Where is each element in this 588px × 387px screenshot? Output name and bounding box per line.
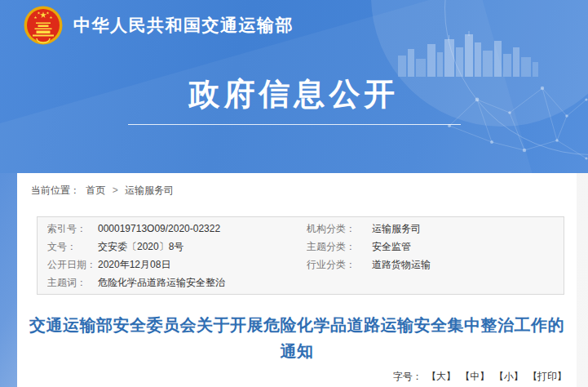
- meta-label-keywords: 主题词：: [47, 274, 98, 291]
- meta-value-index-no: 000019713O09/2020-02322: [98, 220, 307, 238]
- breadcrumb-separator: >: [113, 185, 118, 196]
- breadcrumb-section-link[interactable]: 运输服务司: [125, 185, 174, 196]
- meta-label-publish-date: 公开日期：: [47, 256, 98, 274]
- meta-label-index-no: 索引号：: [47, 220, 98, 238]
- meta-empty-cell: [307, 274, 372, 291]
- meta-label-doc-no: 文号：: [47, 238, 98, 256]
- content-card: 当前位置： 首页 > 运输服务司 索引号： 000019713O09/2020-…: [17, 173, 577, 387]
- banner-title-underline: [128, 124, 461, 125]
- meta-label-industry-category: 行业分类：: [307, 256, 372, 274]
- font-size-toolbar: 字号： 【大】 【中】 【小】 【打印】: [17, 370, 567, 384]
- meta-value-publish-date: 2020年12月08日: [98, 256, 307, 274]
- meta-label-org-category: 机构分类：: [307, 220, 372, 238]
- meta-value-doc-no: 交安委〔2020〕8号: [98, 238, 307, 256]
- national-emblem-icon[interactable]: [24, 6, 63, 45]
- font-size-small-button[interactable]: 【小】: [494, 371, 524, 382]
- document-meta-table: 索引号： 000019713O09/2020-02322 机构分类： 运输服务司…: [37, 216, 564, 295]
- breadcrumb-home-link[interactable]: 首页: [86, 185, 105, 196]
- site-name[interactable]: 中华人民共和国交通运输部: [73, 14, 294, 37]
- meta-value-org-category: 运输服务司: [372, 220, 564, 238]
- font-size-medium-button[interactable]: 【中】: [460, 371, 489, 382]
- print-button[interactable]: 【打印】: [528, 371, 567, 382]
- breadcrumb-prefix: 当前位置：: [31, 185, 80, 196]
- meta-value-industry-category: 道路货物运输: [372, 256, 564, 274]
- article-title: 交通运输部安全委员会关于开展危险化学品道路运输安全集中整治工作的通知: [29, 312, 565, 364]
- meta-value-keywords: 危险化学品道路运输安全整治: [98, 274, 307, 291]
- banner-page-title: 政府信息公开: [0, 73, 588, 115]
- font-size-label: 字号：: [393, 371, 422, 382]
- top-banner: 中华人民共和国交通运输部 政府信息公开: [0, 0, 588, 173]
- meta-empty-cell: [372, 274, 564, 291]
- meta-value-topic-category: 安全监管: [372, 238, 564, 256]
- meta-label-topic-category: 主题分类：: [307, 238, 372, 256]
- site-header: 中华人民共和国交通运输部: [24, 6, 294, 45]
- breadcrumb: 当前位置： 首页 > 运输服务司: [17, 173, 577, 198]
- font-size-large-button[interactable]: 【大】: [427, 371, 456, 382]
